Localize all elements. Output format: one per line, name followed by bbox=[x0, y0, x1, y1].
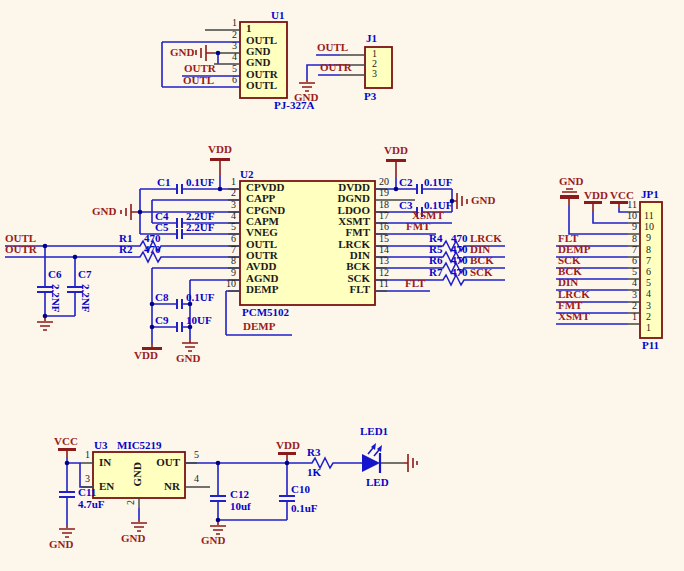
jp1-pin-number-inside: 4 bbox=[646, 289, 651, 299]
u1-pin-number: 1 bbox=[232, 18, 237, 28]
u3-pin-number: 2 bbox=[126, 500, 136, 505]
net-label-bck: BCK bbox=[470, 255, 494, 266]
vcc-port-label: VCC bbox=[610, 190, 634, 201]
u2-pin-number: 15 bbox=[379, 234, 389, 244]
vdd-bar-u3 bbox=[278, 452, 296, 455]
u1-pin-name: GND bbox=[246, 57, 270, 68]
u1-pin-name: 1 bbox=[246, 23, 252, 34]
c10-value: 0.1uF bbox=[291, 503, 318, 514]
u2-pin-number: 20 bbox=[379, 177, 389, 187]
jp1-pin-number: 8 bbox=[632, 234, 637, 244]
u2-pin-name: VNEG bbox=[246, 227, 278, 238]
jp1-part: P11 bbox=[642, 340, 659, 351]
vdd-port-label: VDD bbox=[134, 350, 158, 361]
jp1-pin-number: 2 bbox=[632, 301, 637, 311]
jp1-designator: JP1 bbox=[641, 189, 659, 200]
gnd-port-label: GND bbox=[559, 176, 583, 187]
u1-pin-number: 4 bbox=[232, 52, 237, 62]
led-designator: LED1 bbox=[360, 426, 388, 437]
c9-value: 10UF bbox=[186, 315, 212, 326]
u1-pin-number: 2 bbox=[232, 30, 237, 40]
r3-value: 1K bbox=[307, 467, 321, 478]
jp1-pin-number: 3 bbox=[632, 290, 637, 300]
net-label-fmt: FMT bbox=[406, 221, 430, 232]
led-arrow-1 bbox=[368, 448, 373, 454]
schematic-canvas: U1 PJ-327A 1 2 3 4 5 6 1 OUTL GND GND OU… bbox=[0, 0, 684, 571]
u3-pin-number: 4 bbox=[194, 474, 199, 484]
jp1-pin-number: 1 bbox=[632, 312, 637, 322]
gnd-port-label: GND bbox=[471, 195, 495, 206]
r7-value: 470 bbox=[451, 267, 468, 278]
vcc-port-label: VCC bbox=[54, 436, 78, 447]
c12-ref: C12 bbox=[230, 489, 249, 500]
u2-pin-number: 13 bbox=[379, 256, 389, 266]
r6-ref: R6 bbox=[429, 255, 442, 266]
vdd-bar-u2-right bbox=[386, 159, 406, 162]
u1-pin-number: 5 bbox=[232, 64, 237, 74]
c2-value: 0.1UF bbox=[424, 177, 452, 188]
u2-pin-name: BCK bbox=[346, 261, 370, 272]
vdd-port-label: VDD bbox=[276, 440, 300, 451]
gnd-port-label: GND bbox=[121, 533, 145, 544]
jp1-pin-number-inside: 6 bbox=[646, 267, 651, 277]
u1-designator: U1 bbox=[271, 10, 284, 21]
j1-body[interactable] bbox=[365, 47, 392, 88]
led-arrow-2 bbox=[374, 450, 379, 456]
r6-value: 470 bbox=[451, 255, 468, 266]
u2-pin-number: 3 bbox=[231, 200, 236, 210]
vdd-bar-u2-top bbox=[210, 158, 230, 161]
gnd-port-label: GND bbox=[176, 353, 200, 364]
led-triangle bbox=[362, 454, 380, 472]
u2-pin-name: FLT bbox=[350, 284, 370, 295]
vdd-port-label: VDD bbox=[208, 144, 232, 155]
vdd-port-label: VDD bbox=[384, 145, 408, 156]
u2-pin-name: FMT bbox=[346, 227, 370, 238]
c7-ref: C7 bbox=[78, 269, 91, 280]
c8-value: 0.1UF bbox=[186, 292, 214, 303]
u2-pin-number: 11 bbox=[379, 279, 389, 289]
jp1-pin-number-inside: 5 bbox=[646, 278, 651, 288]
j1-gnd-port-label: GND bbox=[294, 92, 318, 103]
u2-pin-number: 7 bbox=[231, 245, 236, 255]
jp1-pin-number-inside: 11 bbox=[644, 211, 654, 221]
u2-pin-number: 17 bbox=[379, 211, 389, 221]
u3-pin-in: IN bbox=[99, 457, 111, 468]
u2-pin-number: 2 bbox=[231, 188, 236, 198]
r2-ref: R2 bbox=[119, 244, 132, 255]
jp1-pin-number-inside: 3 bbox=[646, 301, 651, 311]
gnd-port-label: GND bbox=[92, 206, 116, 217]
u2-pin-number: 16 bbox=[379, 222, 389, 232]
u3-pin-number: 1 bbox=[85, 450, 90, 460]
c9-ref: C9 bbox=[155, 315, 168, 326]
jp1-pin-number-inside: 7 bbox=[646, 256, 651, 266]
u3-pin-number: 3 bbox=[85, 474, 90, 484]
u2-pin-number: 9 bbox=[231, 268, 236, 278]
r2-value: 470 bbox=[144, 244, 161, 255]
vcc-bar-u3 bbox=[58, 448, 76, 451]
j1-part: P3 bbox=[364, 91, 376, 102]
u3-pin-out: OUT bbox=[156, 457, 180, 468]
jp1-pin-number-inside: 1 bbox=[646, 323, 651, 333]
u1-pin-name: OUTL bbox=[246, 80, 277, 91]
net-label-outr: OUTR bbox=[320, 62, 352, 73]
led-symbol[interactable] bbox=[362, 443, 382, 473]
u2-pin-number: 4 bbox=[231, 211, 236, 221]
c1-value: 0.1UF bbox=[186, 177, 214, 188]
u1-pin-number: 6 bbox=[232, 75, 237, 85]
u2-pin-name: DEMP bbox=[246, 284, 278, 295]
gnd-port-label: GND bbox=[49, 539, 73, 550]
u2-designator: U2 bbox=[240, 169, 253, 180]
net-label-outl: OUTL bbox=[317, 42, 348, 53]
jp1-pin-number-inside: 10 bbox=[644, 222, 654, 232]
u3-pin-nr: NR bbox=[164, 481, 180, 492]
u1-pin-number: 3 bbox=[232, 41, 237, 51]
c7-value: 2.2NF bbox=[80, 284, 91, 312]
u3-pin-number: 5 bbox=[194, 450, 199, 460]
c1-ref: C1 bbox=[157, 177, 170, 188]
c6-value: 2.2NF bbox=[50, 284, 61, 312]
vdd-port-label: VDD bbox=[584, 190, 608, 201]
c11-ref: C11 bbox=[78, 487, 96, 498]
c12-value: 10uf bbox=[230, 501, 251, 512]
c8-ref: C8 bbox=[155, 292, 168, 303]
jp1-pin-number: 5 bbox=[632, 267, 637, 277]
